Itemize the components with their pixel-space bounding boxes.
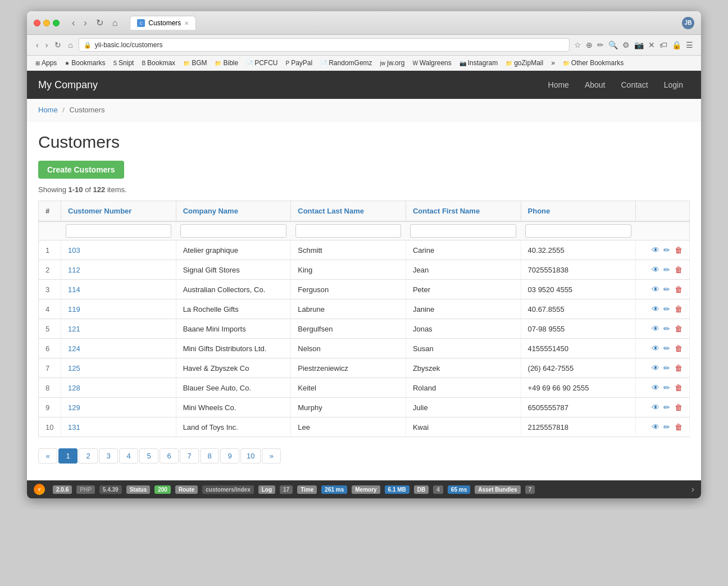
tab-close-button[interactable]: ✕: [184, 20, 189, 26]
addr-forward-button[interactable]: ›: [43, 39, 51, 51]
view-icon[interactable]: 👁: [652, 403, 659, 412]
filter-company-name[interactable]: [180, 224, 286, 238]
addr-home-button[interactable]: ⌂: [66, 39, 75, 51]
breadcrumb-home[interactable]: Home: [38, 106, 58, 114]
delete-icon[interactable]: 🗑: [675, 383, 683, 392]
addr-back-button[interactable]: ‹: [34, 39, 41, 51]
browser-tab[interactable]: C Customers ✕: [130, 16, 196, 30]
view-icon[interactable]: 👁: [652, 305, 659, 314]
bookmark-bookmax[interactable]: B Bookmax: [140, 58, 177, 68]
home-button[interactable]: ⌂: [109, 16, 121, 29]
bookmark-randomgemz[interactable]: 📄 RandomGemz: [319, 58, 374, 68]
nav-link-contact[interactable]: Contact: [614, 76, 654, 94]
nav-link-login[interactable]: Login: [657, 76, 690, 94]
bookmark-walgreens[interactable]: W Walgreens: [411, 58, 453, 68]
pagination-page-2[interactable]: 2: [79, 448, 98, 464]
sort-contact-first[interactable]: Contact First Name: [413, 207, 480, 215]
filter-customer-number[interactable]: [66, 224, 172, 238]
view-icon[interactable]: 👁: [652, 423, 659, 431]
bookmark-apps[interactable]: ⊞ Apps: [34, 58, 58, 68]
pagination-page-1[interactable]: 1: [58, 448, 78, 464]
pagination-page-4[interactable]: 4: [119, 448, 138, 464]
footer-arrow-icon[interactable]: ›: [691, 484, 694, 494]
app-brand[interactable]: My Company: [38, 79, 98, 91]
addr-action-3[interactable]: 🔍: [607, 39, 619, 51]
sort-phone[interactable]: Phone: [528, 207, 550, 215]
edit-icon[interactable]: ✏: [663, 265, 670, 274]
view-icon[interactable]: 👁: [652, 265, 659, 274]
pagination-page-9[interactable]: 9: [220, 448, 239, 464]
bookmark-other[interactable]: 📁 Other Bookmarks: [561, 58, 625, 68]
bookmark-pcfcu[interactable]: 📄 PCFCU: [244, 58, 279, 68]
view-icon[interactable]: 👁: [652, 324, 659, 333]
bookmark-bgm[interactable]: 📁 BGM: [181, 58, 208, 68]
pagination-page-5[interactable]: 5: [139, 448, 158, 464]
edit-icon[interactable]: ✏: [663, 423, 670, 431]
close-dot[interactable]: [34, 20, 40, 26]
url-bar[interactable]: 🔒 yii-basic.loc/customers: [79, 38, 570, 52]
addr-reload-button[interactable]: ↻: [52, 39, 63, 51]
edit-icon[interactable]: ✏: [663, 403, 670, 412]
edit-icon[interactable]: ✏: [663, 246, 670, 255]
addr-action-7[interactable]: 🏷: [658, 39, 668, 51]
pagination-page-6[interactable]: 6: [160, 448, 179, 464]
filter-contact-last[interactable]: [295, 224, 402, 238]
back-button[interactable]: ‹: [69, 16, 78, 29]
reload-button[interactable]: ↻: [93, 16, 107, 29]
view-icon[interactable]: 👁: [652, 383, 659, 392]
addr-action-9[interactable]: ☰: [685, 39, 694, 51]
delete-icon[interactable]: 🗑: [675, 324, 683, 333]
create-customers-button[interactable]: Create Customers: [38, 161, 124, 179]
addr-action-6[interactable]: ✕: [647, 39, 656, 51]
footer-route-value: customers/index: [202, 485, 253, 494]
nav-link-home[interactable]: Home: [542, 76, 576, 94]
view-icon[interactable]: 👁: [652, 285, 659, 294]
view-icon[interactable]: 👁: [652, 344, 659, 353]
sort-customer-number[interactable]: Customer Number: [68, 207, 131, 215]
bookmark-paypal[interactable]: P PayPal: [284, 58, 315, 68]
addr-action-2[interactable]: ✏: [596, 39, 605, 51]
bookmark-button[interactable]: ☆: [573, 39, 583, 51]
edit-icon[interactable]: ✏: [663, 305, 670, 314]
view-icon[interactable]: 👁: [652, 364, 659, 373]
edit-icon[interactable]: ✏: [663, 383, 670, 392]
edit-icon[interactable]: ✏: [663, 285, 670, 294]
delete-icon[interactable]: 🗑: [675, 403, 683, 412]
delete-icon[interactable]: 🗑: [675, 305, 683, 314]
addr-action-8[interactable]: 🔒: [671, 39, 683, 51]
filter-contact-first[interactable]: [410, 224, 516, 238]
sort-company-name[interactable]: Company Name: [183, 207, 238, 215]
bookmark-bible[interactable]: 📁 Bible: [213, 58, 240, 68]
bookmark-more[interactable]: »: [549, 58, 557, 68]
delete-icon[interactable]: 🗑: [675, 246, 683, 255]
view-icon[interactable]: 👁: [652, 246, 659, 255]
addr-action-1[interactable]: ⊕: [585, 39, 594, 51]
forward-button[interactable]: ›: [80, 16, 90, 29]
filter-phone[interactable]: [525, 224, 631, 238]
addr-action-5[interactable]: 📷: [633, 39, 645, 51]
delete-icon[interactable]: 🗑: [675, 265, 683, 274]
maximize-dot[interactable]: [53, 20, 60, 26]
addr-action-4[interactable]: ⚙: [621, 39, 631, 51]
bookmark-gozipmail[interactable]: 📁 goZipMail: [504, 58, 545, 68]
delete-icon[interactable]: 🗑: [675, 285, 683, 294]
delete-icon[interactable]: 🗑: [675, 423, 683, 431]
delete-icon[interactable]: 🗑: [675, 344, 683, 353]
bookmark-jworg[interactable]: jw jw.org: [379, 58, 407, 68]
edit-icon[interactable]: ✏: [663, 344, 670, 353]
edit-icon[interactable]: ✏: [663, 324, 670, 333]
pagination-page-8[interactable]: 8: [200, 448, 219, 464]
minimize-dot[interactable]: [43, 20, 50, 26]
pagination-page-7[interactable]: 7: [180, 448, 199, 464]
bookmark-instagram[interactable]: 📷 Instagram: [458, 58, 499, 68]
edit-icon[interactable]: ✏: [663, 364, 670, 373]
pagination-prev[interactable]: «: [38, 448, 57, 464]
sort-contact-last[interactable]: Contact Last Name: [298, 207, 364, 215]
pagination-page-3[interactable]: 3: [99, 448, 118, 464]
bookmark-snipt[interactable]: S Snipt: [111, 58, 135, 68]
pagination-next[interactable]: »: [262, 448, 281, 464]
pagination-page-10[interactable]: 10: [240, 448, 261, 464]
nav-link-about[interactable]: About: [578, 76, 612, 94]
delete-icon[interactable]: 🗑: [675, 364, 683, 373]
bookmark-bookmarks[interactable]: ★ Bookmarks: [63, 58, 107, 68]
